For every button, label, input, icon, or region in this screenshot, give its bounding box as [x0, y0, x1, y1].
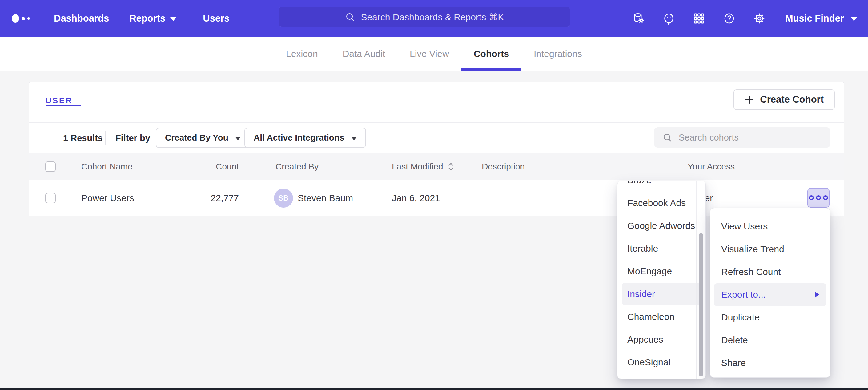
- chevron-down-icon: [170, 17, 176, 21]
- top-navbar: Dashboards Reports Users Search Dashboar…: [0, 0, 868, 37]
- logo-dot: [12, 14, 19, 23]
- dot-icon: [823, 195, 828, 200]
- menu-item-iterable[interactable]: Iterable: [617, 237, 706, 260]
- workspace-switcher[interactable]: Music Finder: [785, 13, 857, 24]
- section-tabs: Lexicon Data Audit Live View Cohorts Int…: [0, 37, 868, 71]
- export-targets-list: Braze Facebook Ads Google Adwords Iterab…: [617, 181, 706, 374]
- scrollbar-thumb[interactable]: [699, 233, 703, 376]
- cohort-count: 22,777: [183, 193, 239, 203]
- cohort-actions-menu: View Users Visualize Trend Refresh Count…: [710, 208, 831, 378]
- table-header-row: Cohort Name Count Created By Last Modifi…: [29, 153, 844, 180]
- search-icon: [662, 132, 673, 143]
- menu-item-export-to[interactable]: Export to...: [714, 283, 827, 306]
- tab-user-cohorts[interactable]: USER: [45, 96, 73, 105]
- column-header-description[interactable]: Description: [482, 162, 525, 172]
- filter-by-label: Filter by: [116, 133, 150, 143]
- cohort-name-link[interactable]: Power Users: [81, 193, 134, 203]
- menu-item-onesignal[interactable]: OneSignal: [617, 351, 706, 374]
- menu-item-delete[interactable]: Delete: [710, 329, 830, 352]
- menu-item-view-users[interactable]: View Users: [710, 215, 830, 238]
- menu-item-visualize-trend[interactable]: Visualize Trend: [710, 238, 830, 261]
- menu-item-duplicate[interactable]: Duplicate: [710, 306, 830, 329]
- cohort-type-header: USER Create Cohort: [29, 82, 844, 123]
- last-modified-date: Jan 6, 2021: [392, 193, 440, 203]
- menu-item-insider[interactable]: Insider: [622, 283, 701, 305]
- nav-item-reports[interactable]: Reports: [129, 13, 176, 24]
- chevron-down-icon: [851, 17, 857, 21]
- window-bottom-edge: [0, 388, 868, 390]
- menu-item-appcues[interactable]: Appcues: [617, 328, 706, 351]
- tab-lexicon[interactable]: Lexicon: [274, 37, 330, 71]
- logo-dot: [22, 17, 25, 20]
- settings-gear-icon[interactable]: [753, 12, 766, 25]
- tab-cohorts[interactable]: Cohorts: [461, 37, 521, 71]
- dot-icon: [809, 195, 814, 200]
- export-targets-menu: Braze Facebook Ads Google Adwords Iterab…: [617, 181, 706, 379]
- column-header-created-by[interactable]: Created By: [276, 162, 318, 172]
- divider: [105, 131, 106, 145]
- menu-item-chameleon[interactable]: Chameleon: [617, 305, 706, 328]
- tab-integrations[interactable]: Integrations: [521, 37, 594, 71]
- plus-icon: [745, 95, 754, 105]
- nav-item-users[interactable]: Users: [203, 13, 229, 24]
- dot-icon: [816, 195, 821, 200]
- column-header-last-modified[interactable]: Last Modified: [392, 162, 454, 172]
- global-search-input[interactable]: Search Dashboards & Reports ⌘K: [279, 7, 570, 27]
- filter-bar: 1 Results Filter by Created By You All A…: [29, 123, 844, 153]
- active-tab-underline: [45, 105, 81, 106]
- scroll-edge-divider: [617, 186, 706, 186]
- cohort-search-field[interactable]: [654, 127, 831, 148]
- tab-live-view[interactable]: Live View: [397, 37, 461, 71]
- nav-item-dashboards[interactable]: Dashboards: [54, 13, 109, 24]
- submenu-arrow-icon: [815, 292, 819, 298]
- select-all-checkbox[interactable]: [45, 161, 56, 172]
- data-management-icon[interactable]: [632, 12, 645, 25]
- apps-grid-icon[interactable]: [693, 12, 705, 25]
- chevron-down-icon: [351, 137, 357, 140]
- column-header-cohort-name[interactable]: Cohort Name: [81, 162, 133, 172]
- global-search-placeholder: Search Dashboards & Reports ⌘K: [361, 12, 504, 23]
- menu-item-facebook-ads[interactable]: Facebook Ads: [617, 192, 706, 215]
- navbar-right-actions: Music Finder: [632, 0, 868, 37]
- chevron-down-icon: [235, 137, 241, 140]
- workspace-name: Music Finder: [785, 13, 844, 24]
- created-by-filter-dropdown[interactable]: Created By You: [156, 128, 250, 148]
- menu-item-refresh-count[interactable]: Refresh Count: [710, 261, 830, 283]
- results-count: 1 Results: [63, 133, 103, 143]
- cohort-search-input[interactable]: [679, 133, 823, 143]
- menu-item-moengage[interactable]: MoEngage: [617, 260, 706, 283]
- sort-icon: [447, 162, 454, 171]
- cohorts-panel: USER Create Cohort 1 Results Filter by C…: [29, 82, 844, 216]
- menu-item-google-adwords[interactable]: Google Adwords: [617, 215, 706, 237]
- mixpanel-logo-icon[interactable]: [12, 14, 30, 23]
- row-checkbox[interactable]: [45, 193, 56, 203]
- column-header-count[interactable]: Count: [183, 162, 239, 172]
- scrollbar-track: [696, 181, 696, 379]
- created-by-name: Steven Baum: [298, 193, 353, 203]
- avatar: SB: [274, 189, 293, 207]
- menu-item-braze[interactable]: Braze: [617, 181, 706, 192]
- integrations-filter-dropdown[interactable]: All Active Integrations: [244, 128, 366, 148]
- feedback-icon[interactable]: [663, 12, 675, 25]
- menu-item-share[interactable]: Share: [710, 352, 830, 374]
- row-actions-button[interactable]: [807, 188, 830, 207]
- search-icon: [345, 12, 355, 22]
- create-cohort-button[interactable]: Create Cohort: [734, 89, 835, 110]
- tab-data-audit[interactable]: Data Audit: [330, 37, 397, 71]
- logo-dot: [27, 17, 30, 20]
- help-icon[interactable]: [723, 12, 735, 25]
- column-header-your-access[interactable]: Your Access: [688, 162, 735, 172]
